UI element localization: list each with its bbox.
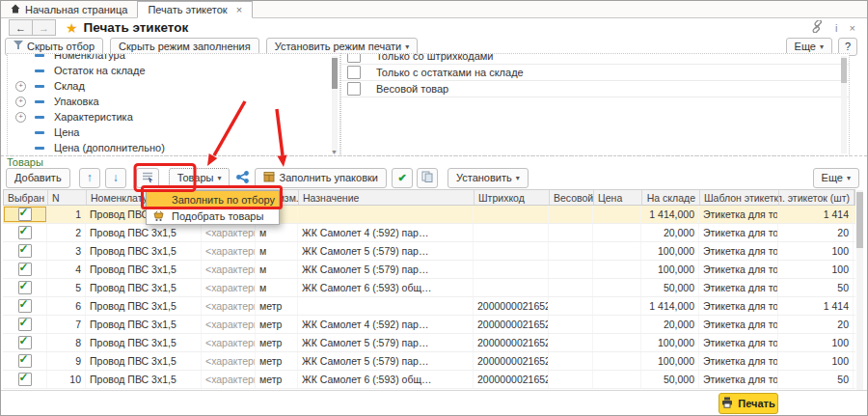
cell-weight: [549, 316, 593, 333]
options-scrollbar-thumb[interactable]: [841, 58, 847, 83]
option-row[interactable]: Весовой товар: [341, 81, 849, 97]
expand-icon[interactable]: +: [15, 81, 26, 92]
row-checkbox[interactable]: ✓: [18, 244, 32, 258]
column-header[interactable]: Выбран: [4, 190, 48, 205]
table-row[interactable]: ✓10Провод ПВС 3х1,5<характеристи…метрЖК …: [3, 371, 855, 389]
cell-qty: 50: [778, 371, 854, 388]
row-checkbox[interactable]: ✓: [18, 354, 32, 368]
print-button[interactable]: Печать: [719, 393, 778, 414]
cell-unit: метр: [256, 316, 298, 333]
tree-item[interactable]: +Склад: [8, 78, 339, 94]
column-header[interactable]: Весовой: [550, 190, 594, 205]
app-window: Начальная страница Печать этикеток × ← →…: [0, 0, 868, 416]
scroll-down-arrow-icon[interactable]: ▼: [331, 149, 338, 155]
tree-scrollbar[interactable]: [332, 56, 338, 153]
cell-unit: м: [256, 224, 298, 241]
info-icon[interactable]: i: [835, 22, 837, 34]
select-rows-button[interactable]: [136, 168, 159, 188]
row-select-cell[interactable]: ✓: [3, 297, 47, 315]
row-select-cell[interactable]: ✓: [3, 242, 47, 260]
move-up-button[interactable]: ↑: [79, 168, 100, 188]
row-checkbox[interactable]: ✓: [18, 336, 32, 349]
row-checkbox[interactable]: ✓: [18, 318, 32, 331]
row-select-cell[interactable]: ✓: [3, 279, 47, 296]
row-select-cell[interactable]: ✓: [3, 206, 47, 223]
row-select-cell[interactable]: ✓: [3, 316, 47, 333]
close-icon[interactable]: ×: [850, 22, 855, 34]
table-scrollbar[interactable]: [856, 190, 863, 390]
share-icon-button[interactable]: [234, 169, 251, 187]
table-row[interactable]: ✓4Провод ПВС 3х1,5<характеристи…мЖК Само…: [3, 261, 855, 279]
column-header[interactable]: Цена: [594, 190, 642, 205]
favorite-star-icon[interactable]: ★: [66, 20, 78, 36]
set-menu-button[interactable]: Установить ▾: [448, 168, 529, 188]
tree-item[interactable]: Цена (дополнительно): [8, 140, 339, 155]
tree-scrollbar-thumb[interactable]: [332, 58, 338, 89]
tree-item[interactable]: +Характеристика: [8, 109, 339, 125]
column-header[interactable]: На складе: [642, 190, 700, 205]
expand-icon[interactable]: +: [15, 112, 26, 123]
add-button[interactable]: Добавить: [6, 168, 70, 188]
tab-home[interactable]: Начальная страница: [1, 1, 137, 17]
row-checkbox[interactable]: ✓: [18, 281, 32, 294]
filter-funnel-icon: [14, 41, 23, 52]
menu-item-fill-by-filter[interactable]: Заполнить по отбору: [147, 191, 279, 208]
option-checkbox[interactable]: [347, 82, 361, 96]
table-row[interactable]: ✓9Провод ПВС 3х1,5<характеристи…метрЖК С…: [3, 352, 855, 371]
column-header[interactable]: Назначение: [299, 190, 475, 205]
option-row[interactable]: Только со штрихкодами: [341, 53, 849, 65]
table-row[interactable]: ✓2Провод ПВС 3х1,5<характеристи…мЖК Само…: [3, 224, 855, 242]
cell-barcode: 2000000021652: [474, 316, 549, 333]
tree-item[interactable]: Цена: [8, 125, 339, 140]
expand-icon[interactable]: +: [15, 97, 26, 107]
row-checkbox[interactable]: ✓: [18, 208, 32, 221]
option-checkbox[interactable]: [347, 66, 361, 79]
options-scrollbar[interactable]: [841, 56, 847, 153]
cell-unit: метр: [256, 297, 298, 315]
option-row[interactable]: Только с остатками на складе: [341, 65, 849, 81]
tree-item[interactable]: +Упаковка: [8, 94, 339, 109]
table-row[interactable]: ✓3Провод ПВС 3х1,5<характеристи…мЖК Само…: [3, 242, 855, 261]
goods-menu-button[interactable]: Товары ▾: [169, 168, 231, 188]
cell-template: Этикетка для това…: [699, 316, 778, 333]
row-checkbox[interactable]: ✓: [18, 226, 32, 239]
row-checkbox[interactable]: ✓: [18, 373, 32, 386]
cell-nomenclature: Провод ПВС 3х1,5: [86, 316, 202, 333]
menu-item-pick-goods[interactable]: Подобрать товары: [147, 208, 279, 224]
tree-item[interactable]: Остаток на складе: [8, 63, 339, 78]
copy-button[interactable]: [417, 168, 438, 188]
table-row[interactable]: ✓7Провод ПВС 3х1,5<характеристи…метрЖК С…: [3, 316, 855, 334]
column-header[interactable]: Штрихкод: [475, 190, 550, 205]
move-down-button[interactable]: ↓: [105, 168, 126, 188]
column-header[interactable]: Кол. этикеток (шт): [779, 190, 854, 205]
link-icon[interactable]: [811, 20, 824, 35]
row-checkbox[interactable]: ✓: [18, 263, 32, 276]
column-header[interactable]: Шаблон этикетки: [700, 190, 779, 205]
tab-close-icon[interactable]: ×: [236, 4, 242, 15]
cell-n: 8: [47, 334, 86, 351]
forward-button[interactable]: →: [33, 19, 56, 36]
row-select-cell[interactable]: ✓: [3, 261, 47, 278]
more-button-goods[interactable]: Еще ▾: [813, 168, 859, 188]
fill-packages-button[interactable]: Заполнить упаковки: [255, 168, 387, 188]
row-select-cell[interactable]: ✓: [3, 224, 47, 241]
option-checkbox[interactable]: [347, 53, 361, 63]
cell-nomenclature: Провод ПВС 3х1,5: [86, 279, 202, 296]
row-checkbox[interactable]: ✓: [18, 299, 32, 313]
row-select-cell[interactable]: ✓: [3, 352, 47, 370]
cell-nomenclature: Провод ПВС 3х1,5: [86, 242, 202, 260]
tree-item[interactable]: Номенклатура: [8, 53, 339, 63]
cell-qty: 20: [778, 316, 854, 333]
row-select-cell[interactable]: ✓: [3, 371, 47, 388]
check-all-button[interactable]: ✔: [392, 168, 413, 188]
table-row[interactable]: ✓5Провод ПВС 3х1,5<характеристи…мЖК Само…: [3, 279, 855, 297]
column-header[interactable]: N: [48, 190, 87, 205]
tab-print-labels[interactable]: Печать этикеток ×: [137, 1, 253, 18]
table-row[interactable]: ✓8Провод ПВС 3х1,5<характеристи…метрЖК С…: [3, 334, 855, 352]
table-row[interactable]: ✓6Провод ПВС 3х1,5<характеристи…метр2000…: [3, 297, 855, 316]
check-icon: ✓: [19, 352, 29, 366]
back-button[interactable]: ←: [9, 19, 33, 36]
row-select-cell[interactable]: ✓: [3, 334, 47, 351]
table-row[interactable]: ✓1Провод ПВС 3х1,51 414,000Этикетка для …: [3, 206, 855, 224]
table-scrollbar-thumb[interactable]: [856, 192, 863, 248]
